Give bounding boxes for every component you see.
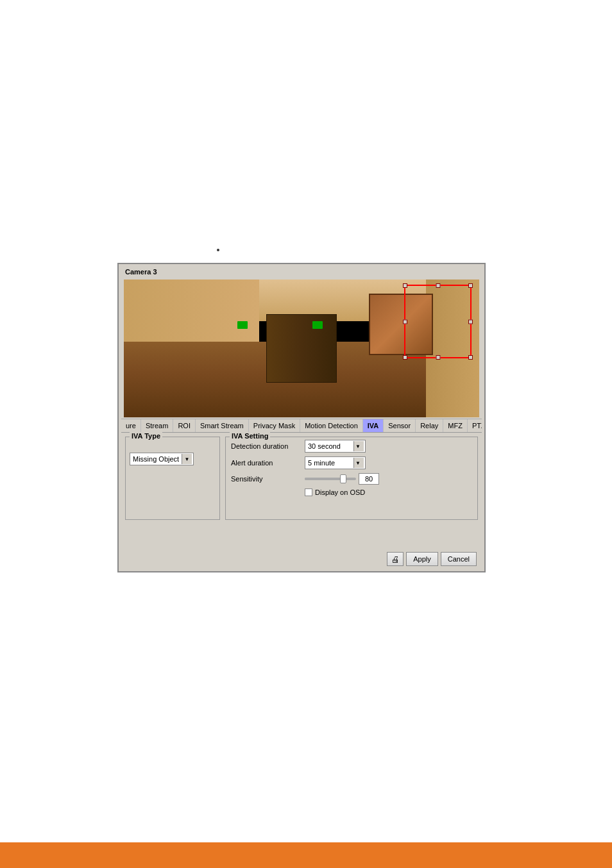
detection-duration-label: Detection duration	[231, 442, 305, 450]
scene-door	[266, 314, 337, 383]
camera-title-bar: Camera 3	[121, 267, 482, 278]
display-osd-checkbox[interactable]	[305, 488, 312, 496]
detection-duration-arrow[interactable]: ▼	[353, 441, 364, 451]
iva-type-legend: IVA Type	[130, 432, 162, 440]
camera-window: Camera 3 ure Str	[117, 263, 486, 572]
iva-setting-legend: IVA Setting	[230, 432, 270, 440]
alert-duration-row: Alert duration 5 minute ▼	[231, 456, 472, 469]
handle-mid-right[interactable]	[468, 319, 473, 324]
alert-duration-dropdown[interactable]: 5 minute ▼	[305, 456, 366, 469]
tab-iva[interactable]: IVA	[363, 419, 384, 432]
handle-top-right[interactable]	[468, 283, 473, 288]
detection-duration-row: Detection duration 30 second ▼	[231, 440, 472, 453]
camera-title: Camera 3	[125, 268, 157, 276]
handle-bottom-left[interactable]	[403, 355, 407, 360]
orange-bar	[0, 842, 612, 868]
sensitivity-row: Sensitivity 80	[231, 473, 472, 485]
iva-selection-box[interactable]	[404, 285, 472, 358]
tab-ure[interactable]: ure	[121, 419, 141, 432]
tab-relay[interactable]: Relay	[416, 419, 443, 432]
tab-motion-detection[interactable]: Motion Detection	[300, 419, 363, 432]
cancel-label: Cancel	[448, 555, 470, 563]
tab-privacy-mask[interactable]: Privacy Mask	[249, 419, 300, 432]
tab-mfz[interactable]: MFZ	[443, 419, 468, 432]
apply-label: Apply	[413, 555, 431, 563]
alert-duration-label: Alert duration	[231, 459, 305, 467]
sensitivity-value: 80	[365, 475, 373, 483]
handle-mid-left[interactable]	[403, 319, 407, 324]
tab-stream[interactable]: Stream	[141, 419, 173, 432]
sensitivity-slider-container: 80	[305, 473, 379, 485]
iva-type-box: IVA Type Missing Object ▼	[125, 437, 220, 520]
sensitivity-label: Sensitivity	[231, 475, 305, 483]
iva-type-select-container: Missing Object ▼	[130, 453, 216, 465]
content-area: IVA Type Missing Object ▼ IVA Setting De…	[121, 433, 482, 522]
print-icon: 🖨	[391, 555, 400, 564]
iva-type-value: Missing Object	[132, 455, 182, 463]
tab-ptz[interactable]: PTZ	[468, 419, 482, 432]
detection-duration-value: 30 second	[307, 442, 353, 450]
tab-sensor[interactable]: Sensor	[384, 419, 416, 432]
tab-smart-stream[interactable]: Smart Stream	[196, 419, 249, 432]
bottom-bar: 🖨 Apply Cancel	[121, 548, 482, 569]
handle-top-left[interactable]	[403, 283, 407, 288]
detection-duration-dropdown[interactable]: 30 second ▼	[305, 440, 366, 453]
alert-duration-value: 5 minute	[307, 459, 353, 467]
display-osd-label: Display on OSD	[315, 488, 365, 496]
handle-top-mid[interactable]	[436, 283, 440, 288]
iva-type-dropdown[interactable]: Missing Object ▼	[130, 453, 194, 465]
sensitivity-slider-fill	[305, 478, 343, 480]
tab-roi[interactable]: ROI	[173, 419, 196, 432]
iva-type-arrow[interactable]: ▼	[182, 454, 192, 464]
iva-setting-box: IVA Setting Detection duration 30 second…	[225, 437, 478, 520]
apply-button[interactable]: Apply	[406, 552, 438, 566]
video-area	[124, 280, 479, 417]
print-button[interactable]: 🖨	[387, 552, 404, 566]
handle-bottom-right[interactable]	[468, 355, 473, 360]
display-osd-row: Display on OSD	[231, 488, 472, 496]
exit-sign-left	[237, 321, 248, 329]
decorative-dot	[217, 249, 219, 251]
display-osd-container: Display on OSD	[305, 488, 365, 496]
alert-duration-arrow[interactable]: ▼	[353, 458, 364, 468]
sensitivity-slider-track[interactable]	[305, 478, 356, 480]
tabs-bar: ure Stream ROI Smart Stream Privacy Mask…	[121, 419, 482, 433]
sensitivity-slider-thumb[interactable]	[340, 474, 346, 483]
handle-bottom-mid[interactable]	[436, 355, 440, 360]
exit-sign-right	[312, 321, 323, 329]
spacer	[121, 522, 482, 548]
sensitivity-value-box: 80	[359, 473, 379, 485]
cancel-button[interactable]: Cancel	[441, 552, 477, 566]
